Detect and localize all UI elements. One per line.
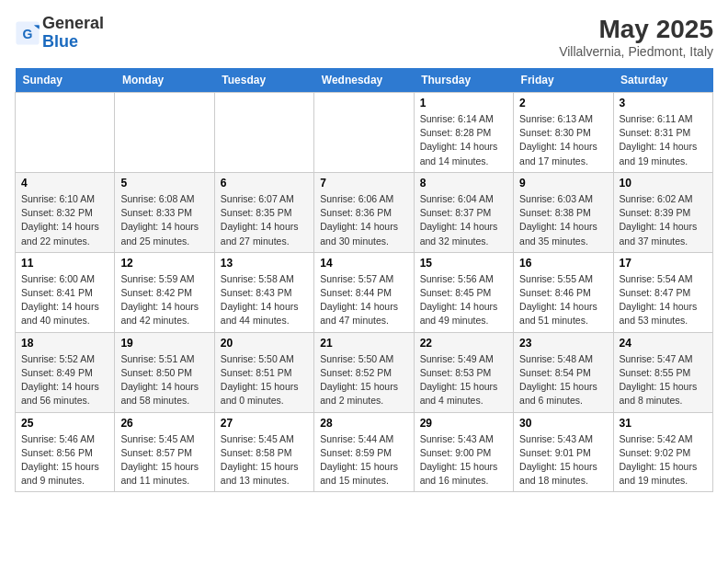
column-header-monday: Monday	[115, 68, 214, 93]
day-number: 12	[120, 257, 208, 270]
calendar-cell: 31Sunrise: 5:42 AM Sunset: 9:02 PM Dayli…	[613, 412, 712, 492]
calendar-cell: 22Sunrise: 5:49 AM Sunset: 8:53 PM Dayli…	[414, 332, 513, 412]
calendar-cell: 30Sunrise: 5:43 AM Sunset: 9:01 PM Dayli…	[514, 412, 613, 492]
calendar-cell: 15Sunrise: 5:56 AM Sunset: 8:45 PM Dayli…	[414, 252, 513, 332]
calendar-cell: 24Sunrise: 5:47 AM Sunset: 8:55 PM Dayli…	[613, 332, 712, 412]
week-row: 1Sunrise: 6:14 AM Sunset: 8:28 PM Daylig…	[16, 93, 713, 173]
day-number: 2	[519, 97, 607, 109]
column-header-saturday: Saturday	[613, 68, 712, 93]
logo: G General Blue	[15, 15, 104, 52]
day-content: Sunrise: 5:51 AM Sunset: 8:50 PM Dayligh…	[120, 352, 208, 408]
logo-general: General	[42, 14, 104, 32]
calendar-cell	[214, 93, 313, 173]
day-content: Sunrise: 5:43 AM Sunset: 9:01 PM Dayligh…	[519, 432, 607, 488]
day-content: Sunrise: 6:07 AM Sunset: 8:35 PM Dayligh…	[221, 192, 308, 248]
day-number: 26	[120, 417, 208, 430]
day-content: Sunrise: 6:13 AM Sunset: 8:30 PM Dayligh…	[519, 112, 607, 168]
calendar-cell: 1Sunrise: 6:14 AM Sunset: 8:28 PM Daylig…	[414, 93, 513, 173]
day-content: Sunrise: 5:42 AM Sunset: 9:02 PM Dayligh…	[620, 432, 707, 488]
day-content: Sunrise: 5:43 AM Sunset: 9:00 PM Dayligh…	[420, 432, 507, 488]
day-number: 20	[221, 337, 308, 350]
day-content: Sunrise: 5:55 AM Sunset: 8:46 PM Dayligh…	[519, 272, 607, 328]
calendar-cell: 14Sunrise: 5:57 AM Sunset: 8:44 PM Dayli…	[314, 252, 414, 332]
day-content: Sunrise: 6:04 AM Sunset: 8:37 PM Dayligh…	[420, 192, 507, 248]
day-number: 19	[120, 337, 208, 350]
calendar-cell: 26Sunrise: 5:45 AM Sunset: 8:57 PM Dayli…	[115, 412, 214, 492]
calendar-cell: 10Sunrise: 6:02 AM Sunset: 8:39 PM Dayli…	[613, 172, 712, 252]
calendar-cell: 12Sunrise: 5:59 AM Sunset: 8:42 PM Dayli…	[115, 252, 214, 332]
week-row: 11Sunrise: 6:00 AM Sunset: 8:41 PM Dayli…	[16, 252, 713, 332]
day-number: 6	[221, 177, 308, 190]
day-content: Sunrise: 5:44 AM Sunset: 8:59 PM Dayligh…	[320, 432, 407, 488]
day-number: 1	[420, 97, 507, 109]
day-content: Sunrise: 6:06 AM Sunset: 8:36 PM Dayligh…	[320, 192, 407, 248]
day-number: 15	[420, 257, 507, 270]
calendar-cell: 11Sunrise: 6:00 AM Sunset: 8:41 PM Dayli…	[16, 252, 115, 332]
day-number: 31	[620, 417, 707, 430]
day-number: 8	[420, 177, 507, 190]
calendar-cell: 8Sunrise: 6:04 AM Sunset: 8:37 PM Daylig…	[414, 172, 513, 252]
logo-blue: Blue	[42, 32, 78, 51]
svg-text:G: G	[23, 26, 33, 40]
day-number: 3	[620, 97, 707, 109]
day-content: Sunrise: 5:49 AM Sunset: 8:53 PM Dayligh…	[420, 352, 507, 408]
month-year: May 2025	[559, 15, 713, 44]
calendar-cell: 17Sunrise: 5:54 AM Sunset: 8:47 PM Dayli…	[613, 252, 712, 332]
day-content: Sunrise: 5:57 AM Sunset: 8:44 PM Dayligh…	[320, 272, 407, 328]
calendar-cell: 25Sunrise: 5:46 AM Sunset: 8:56 PM Dayli…	[16, 412, 115, 492]
day-content: Sunrise: 5:59 AM Sunset: 8:42 PM Dayligh…	[120, 272, 208, 328]
calendar-cell	[115, 93, 214, 173]
day-content: Sunrise: 6:03 AM Sunset: 8:38 PM Dayligh…	[519, 192, 607, 248]
logo-icon: G	[15, 20, 40, 46]
column-header-friday: Friday	[514, 68, 613, 93]
day-content: Sunrise: 5:52 AM Sunset: 8:49 PM Dayligh…	[21, 352, 108, 408]
column-header-sunday: Sunday	[16, 68, 115, 93]
day-content: Sunrise: 5:58 AM Sunset: 8:43 PM Dayligh…	[221, 272, 308, 328]
day-content: Sunrise: 5:45 AM Sunset: 8:57 PM Dayligh…	[120, 432, 208, 488]
day-number: 5	[120, 177, 208, 190]
day-number: 21	[320, 337, 407, 350]
day-number: 27	[221, 417, 308, 430]
day-content: Sunrise: 5:54 AM Sunset: 8:47 PM Dayligh…	[620, 272, 707, 328]
calendar-cell: 5Sunrise: 6:08 AM Sunset: 8:33 PM Daylig…	[115, 172, 214, 252]
calendar-cell: 3Sunrise: 6:11 AM Sunset: 8:31 PM Daylig…	[613, 93, 712, 173]
calendar-cell	[16, 93, 115, 173]
calendar-cell: 16Sunrise: 5:55 AM Sunset: 8:46 PM Dayli…	[514, 252, 613, 332]
day-number: 4	[21, 177, 108, 190]
day-number: 10	[620, 177, 707, 190]
day-number: 18	[21, 337, 108, 350]
day-number: 22	[420, 337, 507, 350]
day-content: Sunrise: 6:11 AM Sunset: 8:31 PM Dayligh…	[620, 112, 707, 168]
day-number: 13	[221, 257, 308, 270]
calendar-cell: 29Sunrise: 5:43 AM Sunset: 9:00 PM Dayli…	[414, 412, 513, 492]
day-number: 9	[519, 177, 607, 190]
calendar-cell: 27Sunrise: 5:45 AM Sunset: 8:58 PM Dayli…	[214, 412, 313, 492]
location: Villalvernia, Piedmont, Italy	[559, 44, 713, 59]
day-number: 28	[320, 417, 407, 430]
day-number: 25	[21, 417, 108, 430]
logo-text: General Blue	[42, 15, 104, 52]
day-content: Sunrise: 5:50 AM Sunset: 8:52 PM Dayligh…	[320, 352, 407, 408]
calendar-cell: 28Sunrise: 5:44 AM Sunset: 8:59 PM Dayli…	[314, 412, 414, 492]
title-area: May 2025 Villalvernia, Piedmont, Italy	[559, 15, 713, 59]
column-header-thursday: Thursday	[414, 68, 513, 93]
day-content: Sunrise: 5:50 AM Sunset: 8:51 PM Dayligh…	[221, 352, 308, 408]
calendar-cell: 19Sunrise: 5:51 AM Sunset: 8:50 PM Dayli…	[115, 332, 214, 412]
column-header-tuesday: Tuesday	[214, 68, 313, 93]
day-number: 7	[320, 177, 407, 190]
calendar-cell: 13Sunrise: 5:58 AM Sunset: 8:43 PM Dayli…	[214, 252, 313, 332]
day-content: Sunrise: 5:45 AM Sunset: 8:58 PM Dayligh…	[221, 432, 308, 488]
week-row: 18Sunrise: 5:52 AM Sunset: 8:49 PM Dayli…	[16, 332, 713, 412]
day-number: 30	[519, 417, 607, 430]
column-header-wednesday: Wednesday	[314, 68, 414, 93]
calendar-cell: 18Sunrise: 5:52 AM Sunset: 8:49 PM Dayli…	[16, 332, 115, 412]
calendar-cell: 9Sunrise: 6:03 AM Sunset: 8:38 PM Daylig…	[514, 172, 613, 252]
day-number: 16	[519, 257, 607, 270]
calendar-table: SundayMondayTuesdayWednesdayThursdayFrid…	[15, 68, 713, 492]
day-content: Sunrise: 5:46 AM Sunset: 8:56 PM Dayligh…	[21, 432, 108, 488]
day-content: Sunrise: 6:02 AM Sunset: 8:39 PM Dayligh…	[620, 192, 707, 248]
week-row: 25Sunrise: 5:46 AM Sunset: 8:56 PM Dayli…	[16, 412, 713, 492]
calendar-cell: 23Sunrise: 5:48 AM Sunset: 8:54 PM Dayli…	[514, 332, 613, 412]
day-content: Sunrise: 6:00 AM Sunset: 8:41 PM Dayligh…	[21, 272, 108, 328]
day-number: 23	[519, 337, 607, 350]
